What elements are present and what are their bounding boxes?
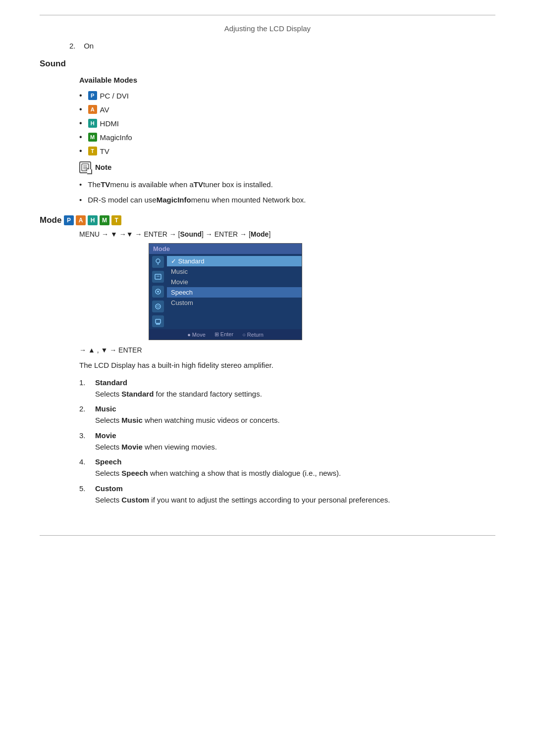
available-modes-list: P PC / DVI A AV H HDMI M MagicInfo T TV <box>79 91 495 155</box>
menu-icons-col <box>149 254 167 329</box>
menu-footer: ● Move ⊞ Enter ○ Return <box>149 329 302 340</box>
mode-heading-text: Mode <box>40 215 64 225</box>
step-2: 2. On <box>69 42 495 50</box>
badge-p: P <box>88 91 97 100</box>
sound-heading: Sound <box>40 59 495 69</box>
item-num-2: 2. <box>79 404 89 413</box>
page-title: Adjusting the LCD Display <box>40 24 495 33</box>
mode-av: A AV <box>79 105 495 114</box>
menu-path: MENU → ▼ →▼ → ENTER → [Sound] → ENTER → … <box>79 230 495 238</box>
menu-option-standard[interactable]: ✓ Standard <box>167 256 302 266</box>
note-label: Note <box>95 161 111 173</box>
mode-av-label: AV <box>100 105 109 114</box>
mode-tv: T TV <box>79 147 495 155</box>
svg-rect-8 <box>155 274 161 279</box>
numbered-item-1: 1. Standard Selects Standard for the sta… <box>79 378 495 400</box>
top-border: Adjusting the LCD Display <box>40 15 495 33</box>
available-modes-heading: Available Modes <box>79 76 495 84</box>
svg-rect-13 <box>156 319 160 323</box>
badge-m: M <box>88 133 97 142</box>
note-icon <box>79 161 91 173</box>
numbered-item-5: 5. Custom Selects Custom if you want to … <box>79 484 495 506</box>
numbered-item-3: 3. Movie Selects Movie when viewing movi… <box>79 431 495 453</box>
mode-badge-m: M <box>100 215 109 225</box>
mode-section-title: Mode P A H M T <box>40 215 495 225</box>
badge-t: T <box>88 147 97 155</box>
item-desc-1: Selects Standard for the standard factor… <box>95 389 495 400</box>
menu-option-custom[interactable]: Custom <box>167 298 302 308</box>
step-2-number: 2. <box>69 42 76 50</box>
menu-option-movie[interactable]: Movie <box>167 277 302 287</box>
mode-hdmi-label: HDMI <box>100 119 119 128</box>
numbered-item-4: 4. Speech Selects Speech when watching a… <box>79 457 495 479</box>
mode-hdmi: H HDMI <box>79 119 495 128</box>
mode-badge-a: A <box>76 215 86 225</box>
item-desc-5: Selects Custom if you want to adjust the… <box>95 495 495 506</box>
menu-options-col: ✓ Standard Music Movie Speech Custom <box>167 254 302 329</box>
mode-badge-t: T <box>111 215 121 225</box>
item-num-5: 5. <box>79 484 89 493</box>
menu-option-speech[interactable]: Speech <box>167 287 302 298</box>
badge-a: A <box>88 105 97 114</box>
bottom-border <box>40 520 495 536</box>
menu-icon-3 <box>152 286 164 298</box>
item-title-4: Speech <box>95 457 121 466</box>
mode-badge-h: H <box>88 215 98 225</box>
mode-pc-dvi: P PC / DVI <box>79 91 495 100</box>
item-title-1: Standard <box>95 378 127 387</box>
mode-magicinfo: M MagicInfo <box>79 133 495 142</box>
svg-point-11 <box>157 291 159 293</box>
footer-return: ○ Return <box>242 331 264 338</box>
menu-icon-5 <box>152 315 164 327</box>
note-item-1: The TV menu is available when a TV tuner… <box>79 179 495 191</box>
menu-screenshot: Mode <box>149 243 302 340</box>
mode-tv-label: TV <box>100 147 109 155</box>
menu-icon-2 <box>152 271 164 283</box>
arrow-nav: → ▲ , ▼ → ENTER <box>79 346 495 354</box>
item-num-1: 1. <box>79 378 89 387</box>
mode-pc-dvi-label: PC / DVI <box>100 92 129 100</box>
menu-icon-4 <box>152 301 164 312</box>
item-num-4: 4. <box>79 457 89 466</box>
svg-point-6 <box>156 259 160 263</box>
step-2-label: On <box>84 42 94 50</box>
note-box: Note <box>79 161 495 173</box>
page-container: Adjusting the LCD Display 2. On Sound Av… <box>0 0 535 756</box>
badge-h: H <box>88 119 97 128</box>
note-item-2: DR-S model can use MagicInfo menu when m… <box>79 195 495 206</box>
menu-option-music[interactable]: Music <box>167 266 302 277</box>
numbered-list: 1. Standard Selects Standard for the sta… <box>79 378 495 506</box>
menu-icon-1 <box>152 256 164 268</box>
item-title-2: Music <box>95 404 116 413</box>
item-title-5: Custom <box>95 484 123 493</box>
item-desc-3: Selects Movie when viewing movies. <box>95 442 495 453</box>
menu-title-bar: Mode <box>149 244 302 254</box>
item-num-3: 3. <box>79 431 89 440</box>
note-items-list: The TV menu is available when a TV tuner… <box>79 179 495 205</box>
footer-enter: ⊞ Enter <box>214 331 233 338</box>
item-desc-4: Selects Speech when watching a show that… <box>95 468 495 479</box>
mode-magicinfo-label: MagicInfo <box>100 133 132 142</box>
footer-move: ● Move <box>187 331 206 338</box>
mode-badge-p: P <box>64 215 74 225</box>
item-title-3: Movie <box>95 431 116 440</box>
menu-body: ✓ Standard Music Movie Speech Custom <box>149 254 302 329</box>
description-text: The LCD Display has a built-in high fide… <box>79 360 495 371</box>
item-desc-2: Selects Music when watching music videos… <box>95 415 495 426</box>
numbered-item-2: 2. Music Selects Music when watching mus… <box>79 404 495 426</box>
